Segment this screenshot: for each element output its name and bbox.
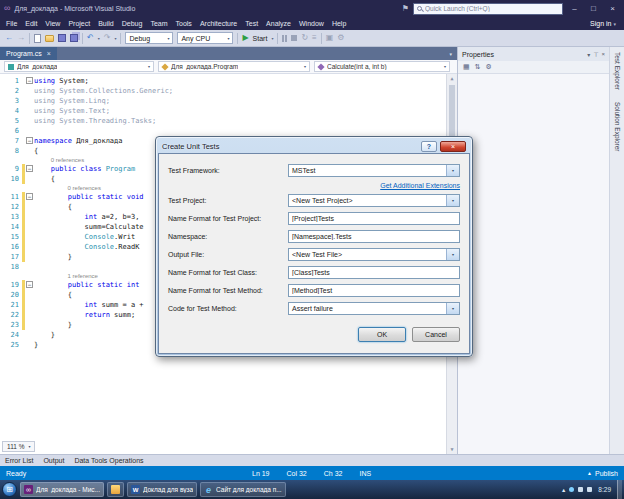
combo-test-framework[interactable]: MSTest▾ <box>288 164 460 177</box>
tab-list-dropdown-icon[interactable]: ▾ <box>449 51 457 57</box>
project-dropdown[interactable]: Для_доклада ▾ <box>4 61 154 72</box>
menu-item-architecture[interactable]: Architecture <box>196 20 241 27</box>
show-desktop-button[interactable] <box>617 480 622 499</box>
menu-item-build[interactable]: Build <box>94 20 118 27</box>
taskbar-clock[interactable]: 8:29 <box>596 486 613 493</box>
dropdown-arrow-icon[interactable]: ▾ <box>446 303 459 314</box>
stop-icon[interactable] <box>291 35 297 41</box>
pin-icon[interactable]: ⊤ <box>593 51 598 58</box>
feedback-flag-icon[interactable]: ⚑ <box>402 4 409 13</box>
volume-icon[interactable] <box>578 487 583 492</box>
fold-collapse-icon[interactable]: − <box>26 281 33 288</box>
codelens-link[interactable]: 1 reference <box>34 272 98 280</box>
tab-output[interactable]: Output <box>43 457 64 464</box>
menu-item-edit[interactable]: Edit <box>21 20 41 27</box>
navigate-back-icon[interactable]: ← <box>5 33 13 43</box>
save-all-icon[interactable] <box>70 34 78 42</box>
input-name-format-for-test-class[interactable]: [Class]Tests <box>288 266 460 279</box>
dialog-help-button[interactable]: ? <box>421 141 437 152</box>
pause-icon[interactable] <box>282 35 287 42</box>
open-file-icon[interactable] <box>45 35 54 42</box>
action-center-icon[interactable] <box>587 487 592 492</box>
close-panel-icon[interactable]: × <box>601 51 605 57</box>
fold-collapse-icon[interactable]: − <box>26 77 33 84</box>
categorized-icon[interactable]: ▦ <box>463 63 470 71</box>
start-button[interactable]: ⊞ <box>2 482 17 497</box>
network-icon[interactable] <box>569 487 574 492</box>
find-in-files-icon[interactable]: ▣ <box>326 33 334 43</box>
menu-item-debug[interactable]: Debug <box>118 20 147 27</box>
solution-configuration-dropdown[interactable]: Debug ▾ <box>125 32 173 44</box>
scroll-up-icon[interactable]: ▲ <box>447 74 457 83</box>
menu-item-window[interactable]: Window <box>295 20 328 27</box>
dropdown-arrow-icon[interactable]: ▾ <box>446 195 459 206</box>
scrollbar-thumb[interactable] <box>449 85 455 143</box>
code-text[interactable]: using System.Text; <box>34 106 457 116</box>
zoom-control[interactable]: 111 % ▾ <box>2 441 35 452</box>
type-dropdown[interactable]: Для_доклада.Program ▾ <box>158 61 310 72</box>
save-icon[interactable] <box>58 34 66 42</box>
menu-item-view[interactable]: View <box>41 20 64 27</box>
codelens-link[interactable]: 0 references <box>34 184 101 192</box>
code-text[interactable] <box>34 126 457 136</box>
scroll-down-icon[interactable]: ▼ <box>447 445 457 454</box>
undo-icon[interactable]: ↶ <box>87 33 94 43</box>
tab-program-cs[interactable]: Program.cs × <box>0 47 57 60</box>
minimize-button[interactable]: – <box>567 1 582 16</box>
publish-button[interactable]: ▲ Publish <box>587 470 618 477</box>
menu-item-team[interactable]: Team <box>146 20 171 27</box>
tab-test-explorer[interactable]: Test Explorer <box>614 52 621 90</box>
combo-test-project[interactable]: <New Test Project>▾ <box>288 194 460 207</box>
menu-item-project[interactable]: Project <box>64 20 94 27</box>
dialog-title-bar[interactable]: Create Unit Tests ? × <box>158 139 470 153</box>
input-name-format-for-test-project[interactable]: [Project]Tests <box>288 212 460 225</box>
alphabetical-sort-icon[interactable]: ⇅ <box>475 63 481 71</box>
properties-header[interactable]: Properties ▾ ⊤ × <box>458 47 609 61</box>
chevron-down-icon[interactable]: ▾ <box>98 36 100 41</box>
options-icon[interactable]: ⚙ <box>337 33 344 43</box>
fold-collapse-icon[interactable]: − <box>26 165 33 172</box>
start-button-label[interactable]: Start <box>253 35 268 42</box>
get-additional-extensions-link[interactable]: Get Additional Extensions <box>380 182 460 189</box>
tab-data-tools-operations[interactable]: Data Tools Operations <box>74 457 143 464</box>
menu-item-file[interactable]: File <box>2 20 21 27</box>
maximize-button[interactable]: □ <box>586 1 601 16</box>
codelens-link[interactable]: 0 references <box>34 156 84 164</box>
dropdown-arrow-icon[interactable]: ▾ <box>446 249 459 260</box>
start-debugging-icon[interactable]: ▶ <box>242 33 248 43</box>
member-dropdown[interactable]: Calculate(int a, int b) ▾ <box>314 61 450 72</box>
new-file-icon[interactable] <box>34 34 41 43</box>
menu-item-test[interactable]: Test <box>241 20 262 27</box>
taskbar-button-3[interactable]: eСайт для доклада п... <box>200 482 286 497</box>
code-text[interactable]: using System.Collections.Generic; <box>34 86 457 96</box>
taskbar-button-2[interactable]: WДоклад для вуза <box>127 482 197 497</box>
navigate-forward-icon[interactable]: → <box>17 33 25 43</box>
redo-icon[interactable]: ↷ <box>104 33 111 43</box>
taskbar-button-1[interactable] <box>107 482 124 497</box>
menu-item-help[interactable]: Help <box>328 20 350 27</box>
combo-output-file[interactable]: <New Test File>▾ <box>288 248 460 261</box>
fold-collapse-icon[interactable]: − <box>26 193 33 200</box>
input-name-format-for-test-method[interactable]: [Method]Test <box>288 284 460 297</box>
menu-item-analyze[interactable]: Analyze <box>262 20 295 27</box>
code-text[interactable]: using System; <box>34 76 457 86</box>
fold-collapse-icon[interactable]: − <box>26 137 33 144</box>
sign-in-button[interactable]: Sign in ▾ <box>590 20 622 27</box>
solution-platform-dropdown[interactable]: Any CPU ▾ <box>177 32 233 44</box>
chevron-down-icon[interactable]: ▾ <box>271 36 273 41</box>
menu-item-tools[interactable]: Tools <box>172 20 196 27</box>
window-position-icon[interactable]: ▾ <box>587 51 590 58</box>
taskbar-button-0[interactable]: ∞Для_доклада - Мис... <box>20 482 104 497</box>
property-pages-icon[interactable]: ⚙ <box>486 63 492 71</box>
close-button[interactable]: × <box>605 1 620 16</box>
restart-icon[interactable]: ↻ <box>301 33 308 43</box>
tab-solution-explorer[interactable]: Solution Explorer <box>614 102 621 152</box>
chevron-down-icon[interactable]: ▾ <box>114 36 116 41</box>
cancel-button[interactable]: Cancel <box>412 327 460 342</box>
combo-code-for-test-method[interactable]: Assert failure▾ <box>288 302 460 315</box>
ok-button[interactable]: OK <box>358 327 406 342</box>
code-text[interactable]: using System.Threading.Tasks; <box>34 116 457 126</box>
quick-launch-input[interactable]: Quick Launch (Ctrl+Q) <box>413 3 563 15</box>
code-text[interactable]: using System.Linq; <box>34 96 457 106</box>
step-menu-icon[interactable]: ≡ <box>312 33 317 43</box>
